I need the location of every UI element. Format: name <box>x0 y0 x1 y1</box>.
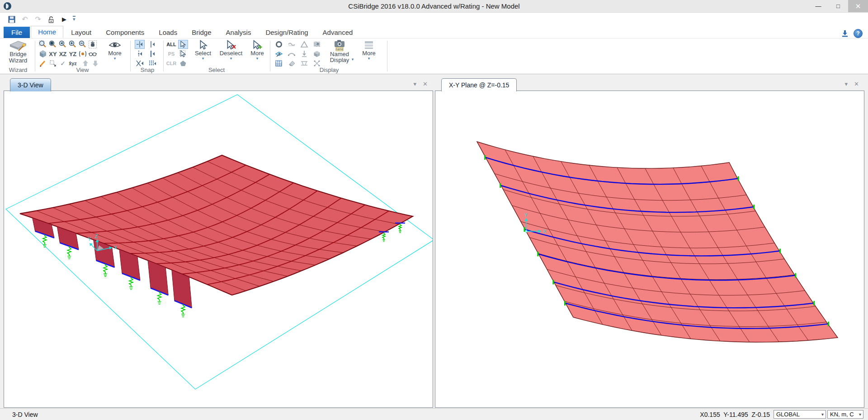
view-xy-button[interactable]: XY <box>48 49 58 58</box>
snap-midpoints-icon[interactable] <box>135 49 145 58</box>
snap-ends-icon[interactable] <box>147 40 157 49</box>
ribbon-tab-row: File Home Layout Components Loads Bridge… <box>0 26 868 38</box>
chevron-down-icon: ▾ <box>368 57 370 60</box>
bridge-wizard-button[interactable]: Bridge Wizard <box>5 39 32 67</box>
group-label-view: View <box>37 67 128 73</box>
display-more-dropdown-button[interactable]: More ▾ <box>359 39 379 67</box>
3d-model-canvas[interactable]: X Y Z <box>4 91 433 409</box>
pane-close-icon[interactable]: ✕ <box>423 81 428 87</box>
zoom-out-icon[interactable] <box>78 40 88 49</box>
rotate-view-icon[interactable] <box>78 49 88 58</box>
help-icon[interactable]: ? <box>854 29 863 38</box>
axis-y-label: Y <box>88 236 91 242</box>
snap-points-icon[interactable] <box>135 40 145 49</box>
save-icon[interactable] <box>7 15 16 24</box>
axis-x-label: X <box>543 229 547 234</box>
pane-dropdown-icon[interactable]: ▾ <box>845 81 848 87</box>
pane-controls: ▾ ✕ <box>414 81 428 87</box>
ribbon-help-area: ? <box>841 29 868 38</box>
axis-x-label: X <box>114 245 118 250</box>
group-separator <box>35 41 35 72</box>
run-analysis-icon[interactable]: ▶ <box>60 15 69 24</box>
group-wizard: Bridge Wizard Wizard <box>3 38 33 74</box>
view-3d-icon[interactable] <box>38 49 48 58</box>
display-more-icon <box>363 39 374 50</box>
status-bar: 3-D View X0.155 Y-11.495 Z-0.15 GLOBAL ▾… <box>0 408 868 420</box>
window-title: CSiBridge 2016 v18.0.0 Advanced w/Rating… <box>0 2 868 10</box>
customize-toolbar-icon[interactable]: ▾ <box>73 16 75 23</box>
tab-analysis[interactable]: Analysis <box>219 27 258 38</box>
bridge-plan-model <box>477 142 838 342</box>
view-more-button[interactable]: More ▾ <box>104 39 126 67</box>
tab-layout[interactable]: Layout <box>64 27 98 38</box>
display-tendons-icon[interactable] <box>287 49 297 58</box>
tab-components[interactable]: Components <box>99 27 151 38</box>
perspective-glasses-icon[interactable] <box>88 49 98 58</box>
display-image-icon[interactable] <box>312 40 322 49</box>
select-more-dropdown-button[interactable]: More ▾ <box>248 39 267 67</box>
view-yz-button[interactable]: YZ <box>68 49 78 58</box>
named-display-label: Named Display <box>326 51 353 63</box>
tab-xy-plane[interactable]: X-Y Plane @ Z=-0.15 <box>441 78 517 91</box>
units-select[interactable]: KN, m, C ▾ <box>827 410 863 419</box>
restore-full-view-icon[interactable] <box>48 40 58 49</box>
select-all-button[interactable]: ALL <box>166 40 176 49</box>
named-display-button[interactable]: name Named Display ▾ <box>325 39 354 67</box>
tab-design-rating[interactable]: Design/Rating <box>259 27 315 38</box>
group-separator <box>163 41 164 72</box>
plan-model-canvas[interactable]: X Y <box>435 91 864 409</box>
pane-close-icon[interactable]: ✕ <box>854 81 859 87</box>
group-separator <box>387 41 387 72</box>
zoom-in-icon[interactable] <box>68 40 78 49</box>
display-solid-icon[interactable] <box>312 49 322 58</box>
pan-hand-icon[interactable] <box>88 40 98 49</box>
undo-icon[interactable]: ↶ <box>20 15 29 24</box>
display-lanes-plane-icon[interactable] <box>274 49 284 58</box>
group-label-snap: Snap <box>132 67 162 73</box>
tab-file[interactable]: File <box>4 27 30 38</box>
tab-advanced[interactable]: Advanced <box>316 27 360 38</box>
coordinate-system-value: GLOBAL <box>776 411 800 418</box>
view-window-plan: X-Y Plane @ Z=-0.15 ▾ ✕ X Y <box>435 75 864 408</box>
select-previous-ps-button[interactable]: PS <box>166 49 176 58</box>
group-display: name Named Display ▾ More ▾ Display <box>272 38 386 74</box>
bridge-3d-model <box>6 95 433 389</box>
display-deformed-icon[interactable] <box>287 40 297 49</box>
named-display-name-tag: name <box>336 48 344 51</box>
coordinate-system-select[interactable]: GLOBAL ▾ <box>774 410 826 419</box>
axis-z-label: Z <box>95 234 98 239</box>
viewport-3d[interactable]: X Y Z <box>4 91 433 408</box>
display-mode-shape-icon[interactable] <box>299 40 309 49</box>
axis-y-label: Y <box>524 212 528 218</box>
snap-perpendicular-icon[interactable] <box>147 49 157 58</box>
select-label: Select <box>195 50 211 57</box>
chevron-down-icon: ▾ <box>202 57 204 60</box>
named-display-camera-icon: name <box>333 39 346 51</box>
reselect-previous-icon[interactable] <box>178 49 188 58</box>
pointer-select-icon[interactable] <box>178 40 188 49</box>
group-select: ALL PS CLR Select ▾ Deselect ▾ More ▾ Se… <box>165 38 268 74</box>
previous-zoom-icon[interactable] <box>58 40 68 49</box>
status-coordinates: X0.155 Y-11.495 Z-0.15 <box>700 411 770 418</box>
view-xz-button[interactable]: XZ <box>58 49 68 58</box>
group-label-wizard: Wizard <box>3 67 33 73</box>
lock-icon[interactable] <box>47 15 56 24</box>
tab-3d-view[interactable]: 3-D View <box>10 78 51 91</box>
tab-home[interactable]: Home <box>31 26 63 38</box>
select-dropdown-button[interactable]: Select ▾ <box>191 39 215 67</box>
tab-loads[interactable]: Loads <box>152 27 184 38</box>
rubber-band-zoom-icon[interactable] <box>38 40 48 49</box>
redo-icon[interactable]: ↷ <box>33 15 42 24</box>
units-value: KN, m, C <box>830 411 854 418</box>
download-icon[interactable] <box>841 29 849 38</box>
pane-controls: ▾ ✕ <box>845 81 859 87</box>
display-loads-icon[interactable] <box>299 49 309 58</box>
viewport-plan[interactable]: X Y <box>435 91 864 408</box>
display-undeformed-icon[interactable] <box>274 40 284 49</box>
pane-dropdown-icon[interactable]: ▾ <box>414 81 417 87</box>
tab-bridge[interactable]: Bridge <box>185 27 218 38</box>
chevron-down-icon: ▾ <box>857 412 863 417</box>
deselect-label: Deselect <box>220 50 243 57</box>
chevron-down-icon: ▾ <box>820 412 826 417</box>
deselect-dropdown-button[interactable]: Deselect ▾ <box>217 39 245 67</box>
